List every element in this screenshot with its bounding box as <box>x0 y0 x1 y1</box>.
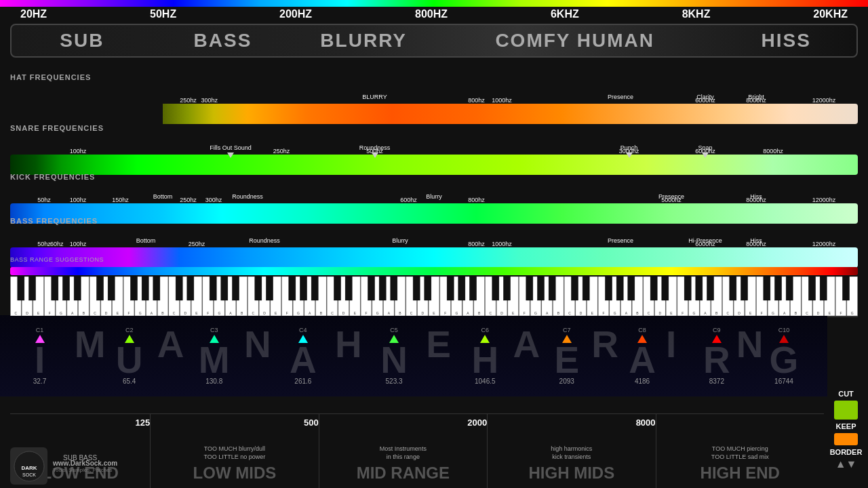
c2-letter: U <box>116 344 143 376</box>
right-panel: CUT KEEP BORDER ▲▼ <box>827 390 865 470</box>
svg-text:D: D <box>500 311 503 315</box>
keep-label: KEEP <box>836 422 856 430</box>
svg-rect-99 <box>311 277 318 300</box>
c1-letter: I <box>35 344 45 376</box>
logo-url: www.DarkSock.com <box>53 460 117 467</box>
letter-a2-extra: R <box>591 329 618 361</box>
svg-text:C: C <box>15 311 18 315</box>
freq-6khz: 6KHZ <box>551 8 579 20</box>
c10-freq: 16744 <box>774 378 793 385</box>
svg-rect-109 <box>470 277 477 300</box>
svg-text:G: G <box>851 311 854 315</box>
svg-text:G: G <box>139 311 142 315</box>
rainbow-frequency-bar <box>0 0 868 7</box>
snare-500hz: 500hz <box>366 148 383 155</box>
svg-text:C: C <box>410 311 413 315</box>
logo-text-area: www.DarkSock.com Tools, Samples, Patches <box>53 460 117 473</box>
letter-e-extra: A <box>513 329 540 361</box>
svg-rect-90 <box>176 277 182 300</box>
bass-100hz: 100hz <box>70 241 87 247</box>
svg-text:G: G <box>772 311 774 315</box>
bass-presence: Presence <box>608 237 633 244</box>
kick-50hz: 50hz <box>37 197 51 203</box>
high-end-desc: TOO MUCH piercingTOO LITTLE sad mix <box>711 445 769 462</box>
c6-group: C6 H 1046.5 <box>471 327 498 385</box>
freq-50hz: 50HZ <box>150 8 176 20</box>
kick-800hz: 800hz <box>468 197 485 203</box>
c5-letter: N <box>380 344 408 376</box>
hat-marker-presence: Presence <box>608 94 633 100</box>
letter-h-extra: E <box>426 329 451 361</box>
freq-800hz: 800HZ <box>415 8 448 20</box>
kick-250hz: 250hz <box>180 197 197 203</box>
svg-rect-83 <box>63 277 70 300</box>
svg-text:F: F <box>524 311 526 315</box>
svg-rect-115 <box>572 277 578 300</box>
bass-blurry: Blurry <box>392 237 408 244</box>
c6-freq: 1046.5 <box>475 378 496 385</box>
hat-bar <box>10 104 858 124</box>
c3-freq: 130.8 <box>205 378 222 385</box>
bass-8000hz: 8000hz <box>746 241 766 247</box>
low-mids-range: TOO MUCH blurry/dullTOO LITTLE no power … <box>151 414 319 488</box>
snare-100hz: 100hz <box>70 148 87 155</box>
snare-250hz: 250hz <box>273 148 290 155</box>
hat-marker-1000hz: 1000hz <box>492 97 512 104</box>
logo-tagline: Tools, Samples, Patches <box>53 467 117 473</box>
svg-text:F: F <box>602 311 604 315</box>
svg-rect-85 <box>97 277 104 300</box>
svg-rect-114 <box>549 277 555 300</box>
svg-rect-92 <box>210 277 216 300</box>
bass-6000hz: 6000hz <box>695 241 715 247</box>
svg-text:F: F <box>286 311 288 315</box>
bass-roundness: Roundness <box>249 237 280 244</box>
svg-text:D: D <box>817 311 820 315</box>
svg-text:C: C <box>252 311 255 315</box>
svg-rect-129 <box>786 277 793 300</box>
freq-200hz: 200HZ <box>279 8 312 20</box>
svg-text:G: G <box>376 311 379 315</box>
bass-50hz: 50hz <box>37 241 51 247</box>
range-comfy-human: COMFY HUMAN <box>434 30 715 52</box>
svg-rect-130 <box>809 277 816 300</box>
bass-800hz: 800hz <box>468 241 485 247</box>
svg-text:C: C <box>727 311 730 315</box>
svg-text:C: C <box>648 311 650 315</box>
svg-rect-84 <box>74 277 81 300</box>
kick-bottom: Bottom <box>153 193 173 200</box>
svg-rect-126 <box>741 277 748 300</box>
c9-label: C9 <box>713 327 721 333</box>
svg-text:D: D <box>659 311 662 315</box>
svg-text:D: D <box>105 311 108 315</box>
boundary-2000: 2000 <box>467 418 487 428</box>
range-sub: SUB <box>12 30 153 52</box>
hat-marker-12000hz: 12000hz <box>812 97 836 104</box>
svg-rect-94 <box>233 277 239 300</box>
letter-r-extra: I <box>666 329 676 361</box>
svg-text:G: G <box>218 311 220 315</box>
hat-title: HAT FREQUENCIES <box>10 73 858 81</box>
svg-rect-108 <box>458 277 465 300</box>
svg-text:C: C <box>806 311 808 315</box>
svg-text:G: G <box>455 311 458 315</box>
logo-svg: DARK SOCK <box>12 449 46 483</box>
svg-rect-104 <box>391 277 397 300</box>
high-end-range: TOO MUCH piercingTOO LITTLE sad mix HIGH… <box>656 414 824 488</box>
snare-6000hz: 6000hz <box>695 148 715 155</box>
svg-text:SOCK: SOCK <box>22 472 36 477</box>
range-bass: BASS <box>153 30 294 52</box>
high-end-label: HIGH END <box>701 464 780 483</box>
c2-freq: 65.4 <box>123 378 136 385</box>
svg-rect-116 <box>583 277 589 300</box>
svg-rect-111 <box>504 277 511 300</box>
border-label: BORDER <box>830 448 863 456</box>
svg-rect-96 <box>267 277 273 300</box>
kick-100hz: 100hz <box>70 197 87 203</box>
c1-freq: 32.7 <box>33 378 46 385</box>
svg-text:G: G <box>60 311 62 315</box>
hat-section: HAT FREQUENCIES 250hz 300hz BLURRY 800hz… <box>10 73 858 124</box>
c10-letter: G <box>770 344 799 376</box>
bass-range-bar <box>10 267 858 275</box>
logo-box: DARK SOCK <box>10 447 47 485</box>
cut-label: CUT <box>838 390 854 398</box>
